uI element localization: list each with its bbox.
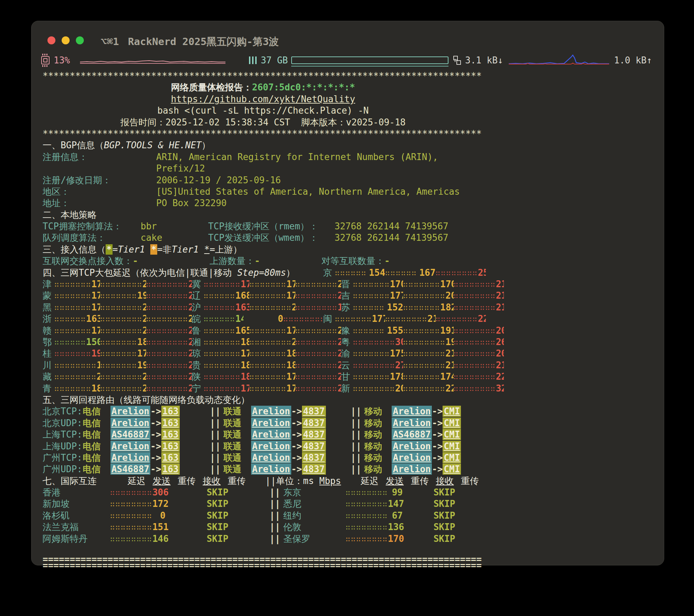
province-label: 藏 <box>43 371 53 382</box>
latency-value: ∷∷∷∷∷∷∷∷232 <box>146 348 192 360</box>
bgp-row-value: Prefix/12 <box>156 163 205 174</box>
latency-number: 207 <box>142 371 146 382</box>
memory-value: 37 GB <box>261 51 288 70</box>
route-row: 广州UDP:电信AS46887->163 || 联通Arelion->4837 … <box>43 464 486 475</box>
latency-number: 170 <box>241 348 250 359</box>
latency-number: 173 <box>241 279 250 290</box>
latency-value: ∷∷∷∷∷∷155 <box>353 325 403 337</box>
route-city-label: 上海UDP: <box>43 441 83 452</box>
report-title: 网络质量体检报告： <box>171 82 252 93</box>
latency-number: 219 <box>445 348 453 359</box>
latency-number: 168 <box>235 290 249 301</box>
latency-value: ∷∷∷∷∷∷∷∷211 <box>403 360 453 371</box>
latency-value: ∷∷∷∷∷∷∷170 <box>353 279 403 290</box>
latency-value: ∷∷∷∷∷∷∷∷207 <box>403 290 453 302</box>
zoom-button[interactable] <box>76 36 84 44</box>
latency-cell: 青∷∷∷∷∷∷∷181∷∷∷∷∷∷∷∷233∷∷∷∷∷∷∷∷201 <box>43 383 192 394</box>
bgp-row-value: PO Box 232290 <box>156 198 227 208</box>
latency-bar: ∷∷∷∷∷∷∷∷ <box>295 383 338 395</box>
minimize-button[interactable] <box>62 36 70 44</box>
repo-line: https://github.com/xykt/NetQuality <box>43 94 483 105</box>
policy-label: TCP接收缓冲区（rmem）： <box>208 221 335 232</box>
route-path: Arelion->4837 <box>251 464 345 475</box>
access-title-text: 三、接入信息（ <box>43 244 106 255</box>
repo-link[interactable]: https://github.com/xykt/NetQuality <box>171 94 355 104</box>
latency-bar: ∷∷∷∷∷∷∷∷ <box>403 290 445 302</box>
intl-col-header: 延迟 <box>361 475 386 487</box>
intl-col-header: 重传 <box>178 475 203 487</box>
intl-delay-bar: ∷∷∷∷∷∷∷∷ <box>346 534 388 545</box>
latency-number: 220 <box>142 302 146 313</box>
access-stat-value: - <box>384 256 390 266</box>
access-legend-part: =非 <box>157 244 172 255</box>
latency-bar: ∷∷∷∷∷∷∷∷ <box>295 302 338 314</box>
latency-bar: ∷∷∷∷∷∷∷∷ <box>403 337 445 348</box>
route-carrier: 电信 <box>83 441 110 452</box>
latency-value: ∷∷∷∷∷∷∷177 <box>54 302 100 314</box>
intl-row: 阿姆斯特丹∷∷∷∷∷∷∷∷146SKIP||圣保罗∷∷∷∷∷∷∷∷170SKIP <box>43 533 486 545</box>
network-sparkline <box>509 51 609 70</box>
intl-delay-number: 136 <box>388 521 404 533</box>
latency-bar: ∷∷∷∷∷∷∷∷ <box>146 383 188 395</box>
latency-value: ∷∷∷∷∷∷∷∷206 <box>146 313 192 325</box>
latency-number: 209 <box>142 325 146 336</box>
bgp-row-label: 注册/修改日期： <box>43 175 156 186</box>
access-legend-part: * <box>204 244 210 255</box>
close-button[interactable] <box>47 36 55 44</box>
route-arrow-icon: -> <box>432 441 443 451</box>
latency-number: 198 <box>97 360 100 371</box>
latency-value: ∷∷∷∷∷∷∷∷260 <box>454 336 504 348</box>
route-dest-as: 4837 <box>302 417 326 429</box>
policy-value: 32768 262144 74139567 <box>335 232 448 243</box>
latency-cell: 沪∷∷∷∷∷∷163∷∷∷∷∷∷∷∷222∷∷∷∷∷∷∷∷197 <box>192 302 341 313</box>
route-path: Arelion->163 <box>110 417 205 429</box>
province-label: 鲁 <box>192 325 202 336</box>
latency-cell: 赣∷∷∷∷∷∷∷170∷∷∷∷∷∷∷∷209∷∷∷∷∷∷∷∷233 <box>43 325 192 336</box>
latency-row: 藏∷∷∷∷∷∷∷∷201∷∷∷∷∷∷∷∷207∷∷∷∷∷∷∷∷250陕∷∷∷∷∷… <box>43 371 486 382</box>
latency-value: ∷∷∷∷∷∷∷∷218 <box>295 348 341 360</box>
intl-row: 法兰克福∷∷∷∷∷∷∷∷151SKIP||伦敦∷∷∷∷∷∷∷∷136SKIP <box>43 521 486 533</box>
latency-number: 202 <box>395 383 403 394</box>
latency-value: ∷∷∷∷∷∷∷∷225 <box>403 383 453 395</box>
route-arrow-icon: -> <box>291 452 302 463</box>
policy-row: TCP拥塞控制算法：bbrTCP接收缓冲区（rmem）：32768 262144… <box>43 221 486 232</box>
intl-header: 七、国际互连延迟发送重传接收重传||单位：ms Mbps延迟发送重传接收重传 <box>43 475 486 487</box>
route-arrow-icon: -> <box>150 418 161 428</box>
latency-value: ∷∷∷∷∷∷∷173 <box>249 371 295 383</box>
latency-number: 214 <box>338 371 341 382</box>
intl-delay-number: 99 <box>392 487 403 498</box>
latency-number: 277 <box>395 360 403 371</box>
latency-bar: ∷∷∷∷∷∷∷ <box>54 279 91 290</box>
route-carrier: 移动 <box>364 406 392 417</box>
latency-bar: ∷∷∷∷∷∷∷ <box>204 348 241 360</box>
latency-value: ∷∷∷∷∷∷∷175 <box>353 348 403 360</box>
latency-bar: ∷∷∷∷∷∷∷∷ <box>100 383 142 395</box>
route-dest-as: 4837 <box>302 429 326 440</box>
intl-city: 香港 <box>43 487 110 498</box>
latency-number: 177 <box>137 348 146 359</box>
latency-bar: ∷∷∷∷∷∷∷ <box>54 302 91 314</box>
latency-number: 177 <box>372 313 385 325</box>
latency-number: 211 <box>445 360 453 371</box>
latency-value: ∷∷∷∷∷∷∷187 <box>100 336 146 348</box>
intl-unit-label: ||单位：ms Mbps <box>265 475 361 487</box>
route-dest-as: 163 <box>161 406 180 417</box>
latency-number: 170 <box>390 279 403 290</box>
intl-skip: SKIP <box>403 498 486 510</box>
policy-label: TCP发送缓冲区（wmem）： <box>208 232 335 244</box>
latency-bar: ∷∷∷∷∷∷∷ <box>100 360 137 371</box>
route-dest-as: 4837 <box>302 452 326 463</box>
intl-col-header: 接收 <box>436 475 461 487</box>
route-separator: || <box>345 417 364 429</box>
bgp-row-label: 地址： <box>43 197 156 209</box>
route-separator: || <box>204 406 223 417</box>
latency-cell: 陕∷∷∷∷∷∷∷186∷∷∷∷∷∷∷173∷∷∷∷∷∷∷∷214 <box>192 371 341 382</box>
intl-delay-bar: ∷∷∷∷∷∷∷∷ <box>110 499 152 510</box>
province-label: 津 <box>43 279 53 290</box>
latency-bar: ∷∷∷∷∷∷∷∷ <box>454 325 496 337</box>
latency-number: 211 <box>142 313 146 325</box>
route-source-as: AS46887 <box>110 464 151 475</box>
latency-value: ∷∷∷∷∷∷∷181 <box>54 383 100 395</box>
route-arrow-icon: -> <box>291 441 302 451</box>
latency-cell: 甘∷∷∷∷∷∷∷178∷∷∷∷∷∷∷174∷∷∷∷∷∷∷∷225 <box>341 371 504 382</box>
